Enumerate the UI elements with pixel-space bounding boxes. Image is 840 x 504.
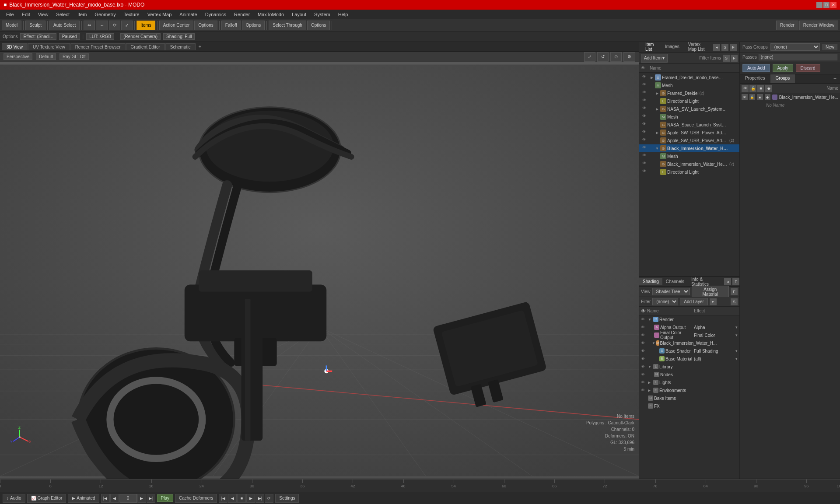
base-material-dropdown[interactable]: ▾ (735, 357, 738, 361)
shader-item-fx[interactable]: F FX (639, 402, 739, 410)
shader-item-base-material[interactable]: 👁 B Base Material (all) ▾ (639, 355, 739, 363)
timeline-ruler[interactable]: 06121824303642485460667278849096100 (0, 479, 840, 492)
shader-item-render[interactable]: 👁 ▼ R Render (639, 315, 739, 323)
arrow-apple[interactable]: ▶ (655, 130, 659, 135)
props-tab[interactable]: Properties (740, 74, 770, 83)
tree-item-nasa-group[interactable]: 👁 ▶ G NASA_SW_Launch_System_Solid_Roc... (639, 105, 739, 113)
pass-groups-select[interactable]: (none) (770, 43, 820, 51)
render-window-button[interactable]: Render Window (799, 21, 838, 30)
paused-tag[interactable]: Paused (59, 33, 80, 40)
audio-button[interactable]: ♪ Audio (3, 494, 25, 503)
menu-texture[interactable]: Texture (120, 11, 143, 18)
transform-btn-1[interactable]: ⇔ (84, 21, 95, 30)
tree-item-scene-root[interactable]: 👁 ▶ S Framed_Dreidel_modo_base.lxo (639, 74, 739, 81)
tab-item-list[interactable]: Item List (642, 41, 660, 53)
groups-tab[interactable]: Groups (770, 74, 795, 83)
auto-select-button[interactable]: Auto Select (49, 21, 80, 30)
tree-item-mesh3[interactable]: 👁 M Mesh (639, 152, 739, 160)
transport-next-btn[interactable]: ▶ (137, 494, 146, 503)
arrow-lights[interactable]: ▶ (648, 381, 652, 385)
shader-item-black-immersion[interactable]: 👁 ▼ M Black_Immersion_Water_H... (639, 339, 739, 347)
shader-item-final-color[interactable]: 👁 F Final Color Output Final Color ▾ (639, 331, 739, 339)
menu-file[interactable]: File (3, 11, 18, 18)
raygl-label[interactable]: Ray GL: Off (60, 53, 89, 60)
shading-tag[interactable]: Shading: Full (163, 33, 195, 40)
discard-button[interactable]: Discard (796, 64, 820, 72)
tree-item-nasa-item[interactable]: 👁 G NASA_Space_Launch_System_Solid_... (639, 121, 739, 129)
render-camera-tag[interactable]: (Render Camera) (120, 33, 161, 40)
shader-tree-select[interactable]: Shader Tree (652, 288, 690, 295)
menu-maxtomodo[interactable]: MaxToModo (254, 11, 287, 18)
transport-extra-5[interactable]: ▶| (256, 494, 264, 503)
add-item-button[interactable]: Add Item ▾ (641, 54, 668, 63)
transport-prev-start-btn[interactable]: |◀ (101, 494, 110, 503)
menu-vertex-map[interactable]: Vertex Map (144, 11, 175, 18)
action-center-button[interactable]: Action Center (159, 21, 194, 30)
frame-input[interactable] (119, 494, 137, 503)
menu-dynamics[interactable]: Dynamics (202, 11, 230, 18)
groups-item-icon-btn-4[interactable]: ◆ (765, 94, 771, 100)
assign-material-button[interactable]: Assign Material (692, 286, 729, 298)
groups-item-eye-btn[interactable]: 👁 (742, 94, 748, 100)
tab-images[interactable]: Images (662, 43, 683, 51)
add-layer-dropdown-btn[interactable]: ▾ (710, 298, 717, 305)
lut-tag[interactable]: LUT: sRGB (86, 33, 114, 40)
menu-render[interactable]: Render (231, 11, 253, 18)
cache-deformers-button[interactable]: Cache Deformers (175, 494, 217, 503)
tree-item-apple-item[interactable]: 👁 G Apple_SW_USB_Power_Adapter (2) (639, 136, 739, 144)
options-button-2[interactable]: Options (242, 21, 265, 30)
arrow-scene-root[interactable]: ▶ (650, 75, 654, 80)
animated-button[interactable]: ▶ Animated (68, 494, 99, 503)
passes-input[interactable] (759, 54, 837, 60)
shading-f-btn[interactable]: F (731, 288, 738, 295)
tree-item-framed-dreidel[interactable]: 👁 ▶ G Framed_Dreidel (2) (639, 89, 739, 97)
item-tree[interactable]: 👁 ▶ S Framed_Dreidel_modo_base.lxo 👁 M M… (639, 73, 739, 276)
arrow-framed[interactable]: ▶ (655, 91, 659, 95)
shading-panel-icon-btn-1[interactable]: ◂ (724, 278, 731, 285)
transform-btn-4[interactable]: ⤢ (121, 21, 133, 30)
tree-item-dir-light1[interactable]: 👁 L Directional Light (639, 97, 739, 105)
maximize-button[interactable]: □ (823, 2, 830, 8)
transform-btn-2[interactable]: ↔ (96, 21, 108, 30)
shader-s-btn[interactable]: S (731, 298, 738, 305)
groups-icon-btn-4[interactable]: ◆ (765, 85, 772, 92)
transport-extra-6[interactable]: ⟳ (265, 494, 273, 503)
default-label[interactable]: Default (36, 53, 56, 60)
transport-extra-4[interactable]: ▶ (246, 494, 255, 503)
timeline-area[interactable]: 06121824303642485460667278849096100 (0, 479, 840, 492)
shading-panel-f-btn[interactable]: F (732, 278, 739, 285)
play-button[interactable]: Play (157, 494, 173, 502)
arrow-library[interactable]: ▼ (648, 365, 652, 369)
menu-edit[interactable]: Edit (18, 11, 34, 18)
viewport-settings-button[interactable]: ⚙ (623, 52, 635, 62)
options-button-3[interactable]: Options (307, 21, 330, 30)
arrow-render[interactable]: ▼ (648, 318, 652, 322)
tree-item-mesh1[interactable]: 👁 M Mesh (639, 81, 739, 89)
transport-extra-2[interactable]: ◀ (228, 494, 237, 503)
menu-help[interactable]: Help (335, 11, 352, 18)
transform-btn-3[interactable]: ⟳ (109, 21, 120, 30)
shading-tab-channels[interactable]: Channels (662, 278, 688, 285)
apply-button[interactable]: Apply (773, 64, 793, 72)
falloff-button[interactable]: Falloff (221, 21, 241, 30)
groups-item-lock-btn[interactable]: 🔒 (749, 94, 756, 100)
alpha-dropdown[interactable]: ▾ (735, 325, 738, 329)
tab-gradient-editor[interactable]: Gradient Editor (126, 43, 165, 50)
tab-render-preset[interactable]: Render Preset Browser (70, 43, 126, 50)
graph-editor-button[interactable]: 📈 Graph Editor (27, 494, 66, 503)
menu-layout[interactable]: Layout (288, 11, 310, 18)
transport-next-end-btn[interactable]: ▶| (147, 494, 155, 503)
effect-tag[interactable]: Effect: (Shadi... (20, 33, 56, 40)
arrow-black-immersion[interactable]: ▼ (652, 341, 655, 345)
tree-item-black-heater-item[interactable]: 👁 G Black_Immersion_Water_Heater (2) (639, 160, 739, 168)
viewport-3d[interactable]: No Items Polygons : Catmull-Clark Channe… (0, 62, 639, 479)
menu-geometry[interactable]: Geometry (91, 11, 119, 18)
panel-f-btn[interactable]: F (730, 44, 737, 51)
auto-add-button[interactable]: Auto Add (742, 64, 770, 72)
options-button-1[interactable]: Options (194, 21, 217, 30)
mode-model-button[interactable]: Model (2, 21, 21, 30)
mode-sculpt-button[interactable]: Sculpt (25, 21, 46, 30)
render-button[interactable]: Render (776, 21, 798, 30)
tab-add-button[interactable]: + (196, 43, 204, 51)
shader-item-lights[interactable]: 👁 ▶ L Lights (639, 378, 739, 386)
